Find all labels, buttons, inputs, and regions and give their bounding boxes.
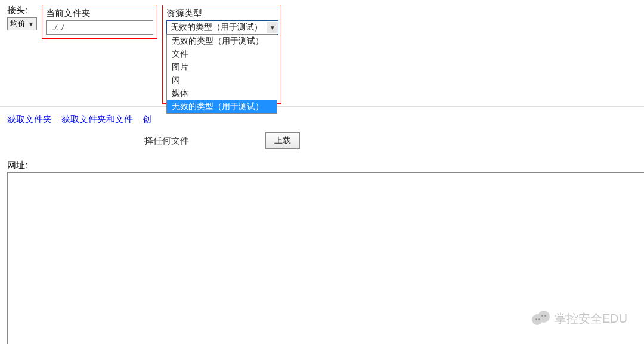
resource-type-label: 资源类型 <box>166 8 277 19</box>
dropdown-option[interactable]: 媒体 <box>167 87 277 100</box>
resource-type-group: 资源类型 无效的类型（用于测试） ▼ 无效的类型（用于测试） 文件 图片 闪 媒… <box>162 5 281 104</box>
chevron-down-icon: ▼ <box>267 22 278 33</box>
current-folder-group: 当前文件夹 <box>42 5 157 39</box>
watermark: 掌控安全EDU <box>532 309 627 327</box>
get-folders-files-link[interactable]: 获取文件夹和文件 <box>61 114 133 125</box>
chevron-down-icon: ▼ <box>28 21 34 27</box>
dropdown-option[interactable]: 文件 <box>167 48 277 61</box>
dropdown-option[interactable]: 图片 <box>167 61 277 74</box>
connector-value: 均价 <box>10 18 26 29</box>
upload-button[interactable]: 上载 <box>265 132 300 149</box>
connector-group: 接头: 均价 ▼ <box>7 5 37 30</box>
current-folder-input[interactable] <box>46 20 153 35</box>
current-folder-label: 当前文件夹 <box>46 8 153 19</box>
get-folders-link[interactable]: 获取文件夹 <box>7 114 52 125</box>
connector-label: 接头: <box>7 5 37 16</box>
url-label: 网址: <box>0 153 644 172</box>
connector-select[interactable]: 均价 ▼ <box>7 17 37 30</box>
resource-type-dropdown[interactable]: 无效的类型（用于测试） 文件 图片 闪 媒体 无效的类型（用于测试） <box>166 34 277 114</box>
dropdown-option[interactable]: 闪 <box>167 74 277 87</box>
wechat-icon <box>532 309 550 327</box>
create-link-partial[interactable]: 创 <box>143 114 151 125</box>
dropdown-option-selected[interactable]: 无效的类型（用于测试） <box>167 100 277 113</box>
top-controls-row: 接头: 均价 ▼ 当前文件夹 资源类型 无效的类型（用于测试） ▼ 无效的类型（… <box>0 0 644 107</box>
watermark-text: 掌控安全EDU <box>555 311 627 327</box>
file-upload-row: 择任何文件 上载 <box>0 129 644 153</box>
dropdown-option[interactable]: 无效的类型（用于测试） <box>167 35 277 48</box>
file-choose-hint: 择任何文件 <box>144 135 189 147</box>
resource-type-value: 无效的类型（用于测试） <box>171 22 262 33</box>
action-links-row: 获取文件夹 获取文件夹和文件 创 <box>0 107 644 129</box>
resource-type-select[interactable]: 无效的类型（用于测试） ▼ <box>166 20 278 35</box>
